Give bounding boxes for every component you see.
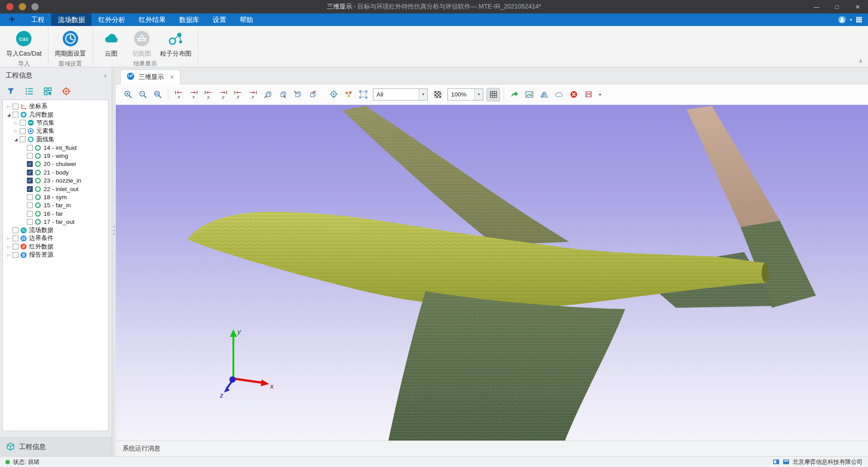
zoom-fit-icon[interactable] [151, 88, 164, 101]
tree-item[interactable]: 17 - far_out [4, 218, 108, 226]
menu-tab-2[interactable]: 红外分析 [92, 13, 132, 26]
tree-expand-arrow-icon[interactable]: ▷ [13, 121, 19, 125]
tree-item-checkbox[interactable]: ✓ [27, 161, 33, 167]
particle-trace-icon[interactable] [342, 88, 355, 101]
snapshot-icon[interactable] [522, 88, 536, 101]
tree-item[interactable]: ▷红外数据 [4, 243, 108, 251]
tree-item-checkbox[interactable] [20, 120, 26, 126]
window-toggle-icon[interactable] [783, 458, 789, 465]
ribbon-button[interactable]: 切面图 [127, 28, 157, 58]
mirror-icon[interactable] [537, 88, 551, 101]
grid-view-icon[interactable] [43, 87, 53, 96]
tab-3d-view[interactable]: 三维显示 ✕ [120, 70, 180, 84]
zoom-out-icon[interactable] [136, 88, 149, 101]
view-z-minus-icon[interactable]: z [231, 88, 245, 101]
locate-target-icon[interactable] [61, 87, 71, 96]
tree-item-checkbox[interactable] [27, 219, 33, 225]
display-filter-select[interactable]: All▼ [373, 88, 428, 100]
tree-item-checkbox[interactable] [20, 136, 26, 142]
tree-item-checkbox[interactable] [13, 104, 18, 109]
close-button[interactable]: ✕ [847, 0, 868, 13]
tree-item-checkbox[interactable] [13, 244, 18, 249]
tree-item[interactable]: ▷x坐标系 [4, 102, 108, 110]
zoom-in-icon[interactable] [121, 88, 135, 101]
tree-item[interactable]: ✓23 - nozzle_in [4, 177, 108, 185]
ribbon-button[interactable]: 云图 [96, 28, 126, 58]
tree-expand-arrow-icon[interactable]: ◢ [13, 137, 19, 142]
tab-close-icon[interactable]: ✕ [170, 74, 174, 80]
tree-item-checkbox[interactable] [27, 153, 33, 159]
view-x-minus-icon[interactable]: x [172, 88, 185, 101]
ribbon-button[interactable]: 粒子分布图 [158, 28, 194, 58]
tree-expand-arrow-icon[interactable]: ▷ [5, 244, 12, 249]
tree-item[interactable]: 15 - far_in [4, 201, 108, 209]
user-account-icon[interactable] [838, 16, 846, 24]
panel-collapse-button[interactable]: ‹ [104, 72, 106, 79]
tree-item[interactable]: ◢面线集 [4, 135, 108, 144]
clear-results-icon[interactable] [567, 88, 580, 101]
tree-item-checkbox[interactable] [27, 202, 33, 208]
zoom-level-select[interactable]: 100%▼ [447, 88, 483, 100]
view-y-minus-icon[interactable]: y [202, 88, 215, 101]
tree-item[interactable]: ▷元素集 [4, 127, 108, 135]
tree-item[interactable]: ✓21 - body [4, 168, 108, 176]
smooth-shade-icon[interactable] [552, 88, 566, 101]
view-iso-4-icon[interactable] [305, 88, 319, 101]
tree-item[interactable]: 14 - int_fluid [4, 144, 108, 152]
tree-item[interactable]: ▷节点集 [4, 119, 108, 127]
tree-item-checkbox[interactable] [27, 211, 33, 217]
export-view-icon[interactable] [508, 88, 521, 101]
menubar-dropdown-arrow-icon[interactable]: ▾ [850, 17, 852, 22]
dropdown-chevron-icon[interactable]: ▾ [596, 92, 604, 97]
tree-expand-arrow-icon[interactable]: ◢ [5, 113, 12, 117]
panel-splitter[interactable] [112, 67, 116, 456]
minimize-button[interactable]: — [806, 0, 827, 13]
tree-item-checkbox[interactable] [27, 145, 33, 151]
texture-icon[interactable] [431, 88, 444, 101]
tree-item-checkbox[interactable] [27, 194, 33, 200]
view-iso-3-icon[interactable] [290, 88, 304, 101]
tree-expand-arrow-icon[interactable]: ▷ [5, 253, 12, 257]
view-x-plus-icon[interactable]: x [187, 88, 200, 101]
menu-tab-5[interactable]: 设置 [206, 13, 233, 26]
layout-toggle-icon[interactable] [773, 458, 780, 465]
tree-item[interactable]: ▷报告资源 [4, 251, 108, 259]
tree-expand-arrow-icon[interactable]: ▷ [13, 129, 19, 133]
viewport-3d[interactable]: y x z [116, 105, 868, 441]
menu-tab-0[interactable]: 工程 [24, 13, 51, 26]
dropdown-arrow-icon[interactable]: ▼ [419, 89, 427, 100]
project-info-tab[interactable]: 工程信息 [0, 437, 112, 456]
save-view-icon[interactable] [582, 88, 595, 101]
ribbon-button[interactable]: 周期面设置 [52, 28, 89, 58]
tree-item[interactable]: ▷边界条件 [4, 234, 108, 242]
tree-item[interactable]: ✓20 - chuiwei [4, 160, 108, 168]
tree-item[interactable]: 19 - wing [4, 152, 108, 160]
tree-item-checkbox[interactable] [13, 112, 18, 118]
ribbon-collapse-button[interactable]: ∧ [859, 58, 863, 64]
tree-item-checkbox[interactable]: ✓ [27, 178, 33, 183]
section-box-icon[interactable] [356, 88, 370, 101]
tree-item-checkbox[interactable]: ✓ [27, 186, 33, 192]
view-z-plus-icon[interactable]: z [246, 88, 259, 101]
view-y-plus-icon[interactable]: y [216, 88, 230, 101]
tree-item[interactable]: 16 - far [4, 209, 108, 218]
menu-tab-6[interactable]: 帮助 [233, 13, 260, 26]
tree-item[interactable]: 流场数据 [4, 226, 108, 234]
tree-item-checkbox[interactable]: ✓ [27, 170, 33, 175]
tree-item[interactable]: ✓22 - inlet_out [4, 185, 108, 193]
maximize-button[interactable]: □ [827, 0, 847, 13]
tree-item-checkbox[interactable] [20, 128, 26, 134]
menu-tab-1[interactable]: 流场数据 [51, 13, 92, 26]
menu-tab-4[interactable]: 数据库 [172, 13, 206, 26]
dropdown-arrow-icon[interactable]: ▼ [474, 89, 483, 100]
view-iso-2-icon[interactable] [276, 88, 289, 101]
menu-tab-3[interactable]: 红外结果 [132, 13, 172, 26]
tree-item[interactable]: 18 - sym [4, 193, 108, 201]
tree-expand-arrow-icon[interactable]: ▷ [5, 236, 12, 240]
tree-item-checkbox[interactable] [13, 236, 18, 241]
ribbon-button[interactable]: cas导入Cas/Dat [4, 28, 44, 58]
tree-item-checkbox[interactable] [13, 252, 18, 258]
apps-grid-icon[interactable] [855, 16, 863, 23]
tree-item[interactable]: ◢几何数据 [4, 110, 108, 118]
view-iso-1-icon[interactable] [261, 88, 274, 101]
